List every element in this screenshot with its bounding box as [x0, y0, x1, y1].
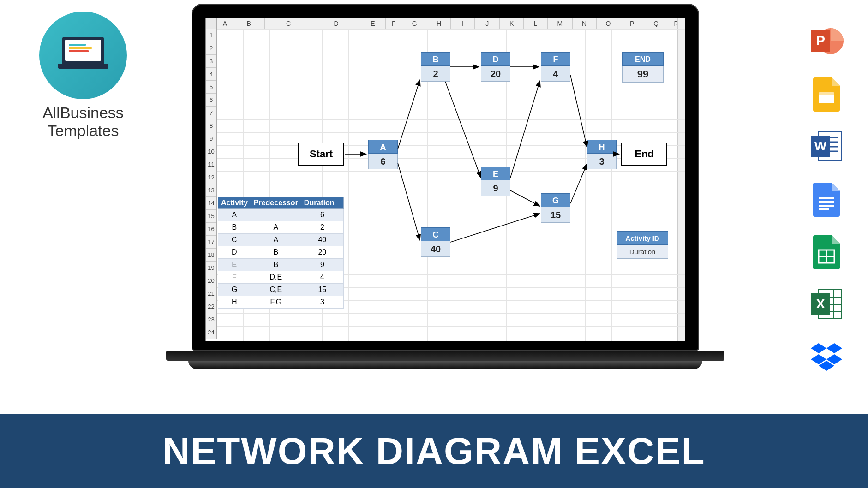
row-header-15[interactable]: 15	[206, 210, 216, 223]
table-cell[interactable]: G	[218, 284, 251, 296]
table-cell[interactable]: C	[218, 234, 251, 246]
row-header-17[interactable]: 17	[206, 236, 216, 249]
table-row: A6	[218, 209, 344, 221]
col-header-P[interactable]: P	[620, 18, 644, 29]
table-row: CA40	[218, 234, 344, 246]
grid-cells[interactable]: Start End A6B2C40D20E9F4G15H3 END 99 Act…	[217, 29, 685, 341]
col-header-K[interactable]: K	[500, 18, 524, 29]
row-header-10[interactable]: 10	[206, 145, 216, 158]
end-summary-label: END	[622, 52, 664, 66]
brand-line2: Templates	[48, 122, 119, 139]
table-cell[interactable]: 15	[301, 284, 343, 296]
col-header-J[interactable]: J	[475, 18, 500, 29]
node-duration: 20	[481, 66, 510, 82]
svg-rect-24	[819, 197, 834, 199]
slides-icon	[808, 76, 844, 112]
laptop-mockup: ABCDEFGHIJKLMNOPQR 123456789101112131415…	[166, 4, 724, 373]
col-header-F[interactable]: F	[386, 18, 402, 29]
column-headers: ABCDEFGHIJKLMNOPQR	[206, 18, 685, 29]
end-summary-node: END 99	[622, 52, 664, 83]
end-label: End	[635, 148, 654, 160]
col-header-M[interactable]: M	[548, 18, 573, 29]
col-header-A[interactable]: A	[217, 18, 233, 29]
table-cell[interactable]: A	[251, 221, 301, 234]
svg-rect-25	[819, 201, 834, 203]
row-header-1[interactable]: 1	[206, 29, 216, 42]
col-header-G[interactable]: G	[402, 18, 427, 29]
table-cell[interactable]: D	[218, 246, 251, 259]
brand-text: AllBusiness Templates	[14, 104, 152, 140]
node-id: C	[421, 227, 450, 241]
table-cell[interactable]: C,E	[251, 284, 301, 296]
row-header-7[interactable]: 7	[206, 107, 216, 119]
table-cell[interactable]: F,G	[251, 296, 301, 309]
table-cell[interactable]: 6	[301, 209, 343, 221]
row-header-18[interactable]: 18	[206, 249, 216, 262]
row-header-13[interactable]: 13	[206, 184, 216, 197]
table-cell[interactable]: A	[218, 209, 251, 221]
table-cell[interactable]: 40	[301, 234, 343, 246]
row-header-14[interactable]: 14	[206, 197, 216, 210]
node-duration: 3	[587, 154, 617, 169]
svg-line-6	[510, 81, 540, 178]
svg-text:W: W	[814, 139, 827, 153]
col-header-Q[interactable]: Q	[644, 18, 668, 29]
row-header-24[interactable]: 24	[206, 326, 216, 339]
col-header-E[interactable]: E	[360, 18, 386, 29]
sheets-icon	[808, 233, 844, 269]
table-cell[interactable]: 4	[301, 271, 343, 284]
row-header-23[interactable]: 23	[206, 313, 216, 326]
col-header-C[interactable]: C	[265, 18, 313, 29]
node-id: H	[587, 140, 617, 154]
row-header-21[interactable]: 21	[206, 287, 216, 300]
select-all-corner[interactable]	[206, 18, 217, 29]
table-cell[interactable]: H	[218, 296, 251, 309]
laptop-icon	[58, 37, 108, 74]
table-cell[interactable]: 20	[301, 246, 343, 259]
row-header-2[interactable]: 2	[206, 42, 216, 55]
col-header-L[interactable]: L	[524, 18, 548, 29]
table-cell[interactable]: 9	[301, 259, 343, 271]
row-header-16[interactable]: 16	[206, 223, 216, 236]
row-header-19[interactable]: 19	[206, 262, 216, 274]
table-cell[interactable]: F	[218, 271, 251, 284]
node-duration: 15	[541, 207, 570, 223]
node-duration: 6	[368, 154, 398, 169]
table-cell[interactable]: 2	[301, 221, 343, 234]
start-label: Start	[310, 148, 333, 160]
row-header-20[interactable]: 20	[206, 274, 216, 287]
table-cell[interactable]: B	[218, 221, 251, 234]
brand-logo-area: AllBusiness Templates	[14, 12, 152, 140]
col-header-I[interactable]: I	[451, 18, 475, 29]
table-cell[interactable]	[251, 209, 301, 221]
row-header-12[interactable]: 12	[206, 171, 216, 184]
col-header-D[interactable]: D	[312, 18, 360, 29]
col-header-B[interactable]: B	[233, 18, 265, 29]
table-row: GC,E15	[218, 284, 344, 296]
svg-line-9	[570, 75, 587, 147]
row-header-8[interactable]: 8	[206, 119, 216, 132]
table-cell[interactable]: E	[218, 259, 251, 271]
end-summary-value: 99	[622, 66, 664, 83]
node-id: G	[541, 193, 570, 207]
row-header-4[interactable]: 4	[206, 68, 216, 81]
row-header-6[interactable]: 6	[206, 94, 216, 107]
table-cell[interactable]: B	[251, 246, 301, 259]
table-cell[interactable]: B	[251, 259, 301, 271]
row-header-11[interactable]: 11	[206, 158, 216, 171]
legend-header: Activity ID	[617, 231, 668, 245]
table-cell[interactable]: D,E	[251, 271, 301, 284]
col-header-O[interactable]: O	[597, 18, 621, 29]
brand-logo-circle	[39, 12, 127, 99]
row-header-22[interactable]: 22	[206, 300, 216, 313]
table-row: FD,E4	[218, 271, 344, 284]
network-node-C: C40	[421, 227, 450, 257]
row-header-3[interactable]: 3	[206, 55, 216, 68]
row-header-5[interactable]: 5	[206, 81, 216, 94]
docs-icon	[808, 181, 844, 217]
col-header-H[interactable]: H	[427, 18, 451, 29]
row-header-9[interactable]: 9	[206, 132, 216, 145]
table-cell[interactable]: A	[251, 234, 301, 246]
table-cell[interactable]: 3	[301, 296, 343, 309]
col-header-N[interactable]: N	[573, 18, 597, 29]
